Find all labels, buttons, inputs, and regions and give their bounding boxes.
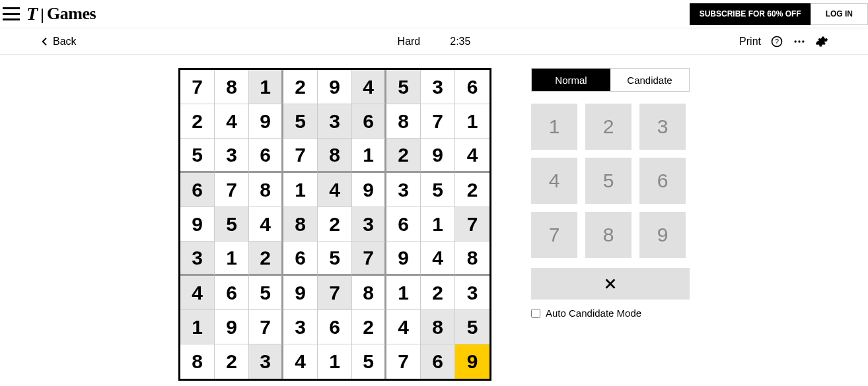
cell-2-4[interactable]: 8 xyxy=(318,139,352,173)
cell-2-8[interactable]: 4 xyxy=(455,139,489,173)
key-4[interactable]: 4 xyxy=(531,158,577,204)
key-1[interactable]: 1 xyxy=(531,104,577,150)
cell-6-5[interactable]: 8 xyxy=(352,276,386,310)
cell-0-5[interactable]: 4 xyxy=(352,70,386,104)
cell-8-3[interactable]: 4 xyxy=(283,344,318,379)
autocand-checkbox[interactable] xyxy=(531,309,540,318)
key-9[interactable]: 9 xyxy=(639,212,686,258)
cell-6-3[interactable]: 9 xyxy=(283,276,318,310)
cell-8-8[interactable]: 9 xyxy=(455,344,489,379)
cell-4-2[interactable]: 4 xyxy=(249,207,283,241)
cell-0-6[interactable]: 5 xyxy=(386,70,421,104)
cell-8-1[interactable]: 2 xyxy=(215,344,249,379)
cell-7-7[interactable]: 8 xyxy=(421,310,455,344)
cell-0-3[interactable]: 2 xyxy=(283,70,318,104)
erase-button[interactable] xyxy=(531,268,690,300)
sudoku-board[interactable]: 7812945362495368715367812946781493529548… xyxy=(178,68,491,381)
cell-1-5[interactable]: 6 xyxy=(352,104,386,139)
help-button[interactable]: ? xyxy=(770,35,783,48)
cell-6-1[interactable]: 6 xyxy=(215,276,249,310)
cell-0-4[interactable]: 9 xyxy=(318,70,352,104)
cell-7-0[interactable]: 1 xyxy=(180,310,215,344)
cell-2-2[interactable]: 6 xyxy=(249,139,283,173)
cell-3-3[interactable]: 1 xyxy=(283,173,318,207)
cell-7-1[interactable]: 9 xyxy=(215,310,249,344)
cell-3-6[interactable]: 3 xyxy=(386,173,421,207)
cell-1-3[interactable]: 5 xyxy=(283,104,318,139)
key-5[interactable]: 5 xyxy=(585,158,632,204)
cell-3-4[interactable]: 4 xyxy=(318,173,352,207)
cell-0-8[interactable]: 6 xyxy=(455,70,489,104)
cell-1-8[interactable]: 1 xyxy=(455,104,489,139)
cell-5-7[interactable]: 4 xyxy=(421,241,455,276)
cell-1-6[interactable]: 8 xyxy=(386,104,421,139)
cell-4-5[interactable]: 3 xyxy=(352,207,386,241)
cell-8-7[interactable]: 6 xyxy=(421,344,455,379)
cell-5-0[interactable]: 3 xyxy=(180,241,215,276)
cell-2-3[interactable]: 7 xyxy=(283,139,318,173)
cell-6-7[interactable]: 2 xyxy=(421,276,455,310)
autocand-toggle[interactable]: Auto Candidate Mode xyxy=(531,307,690,319)
cell-1-4[interactable]: 3 xyxy=(318,104,352,139)
cell-7-3[interactable]: 3 xyxy=(283,310,318,344)
cell-8-0[interactable]: 8 xyxy=(180,344,215,379)
settings-button[interactable] xyxy=(815,35,828,48)
cell-6-8[interactable]: 3 xyxy=(455,276,489,310)
cell-5-4[interactable]: 5 xyxy=(318,241,352,276)
cell-0-2[interactable]: 1 xyxy=(249,70,283,104)
cell-8-2[interactable]: 3 xyxy=(249,344,283,379)
cell-2-5[interactable]: 1 xyxy=(352,139,386,173)
cell-5-1[interactable]: 1 xyxy=(215,241,249,276)
cell-3-5[interactable]: 9 xyxy=(352,173,386,207)
cell-5-3[interactable]: 6 xyxy=(283,241,318,276)
cell-3-0[interactable]: 6 xyxy=(180,173,215,207)
cell-5-8[interactable]: 8 xyxy=(455,241,489,276)
cell-3-2[interactable]: 8 xyxy=(249,173,283,207)
cell-3-7[interactable]: 5 xyxy=(421,173,455,207)
cell-0-0[interactable]: 7 xyxy=(180,70,215,104)
cell-2-0[interactable]: 5 xyxy=(180,139,215,173)
cell-8-4[interactable]: 1 xyxy=(318,344,352,379)
key-2[interactable]: 2 xyxy=(585,104,632,150)
cell-6-6[interactable]: 1 xyxy=(386,276,421,310)
cell-4-4[interactable]: 2 xyxy=(318,207,352,241)
key-8[interactable]: 8 xyxy=(585,212,632,258)
cell-3-1[interactable]: 7 xyxy=(215,173,249,207)
tab-candidate[interactable]: Candidate xyxy=(610,69,689,91)
cell-4-8[interactable]: 7 xyxy=(455,207,489,241)
tab-normal[interactable]: Normal xyxy=(532,69,610,91)
hamburger-icon[interactable] xyxy=(3,7,20,20)
subscribe-button[interactable]: SUBSCRIBE FOR 60% OFF xyxy=(690,3,811,25)
cell-6-4[interactable]: 7 xyxy=(318,276,352,310)
cell-4-0[interactable]: 9 xyxy=(180,207,215,241)
login-button[interactable]: LOG IN xyxy=(811,3,868,25)
cell-7-6[interactable]: 4 xyxy=(386,310,421,344)
cell-7-2[interactable]: 7 xyxy=(249,310,283,344)
cell-1-1[interactable]: 4 xyxy=(215,104,249,139)
cell-4-1[interactable]: 5 xyxy=(215,207,249,241)
more-button[interactable] xyxy=(793,35,806,48)
key-3[interactable]: 3 xyxy=(639,104,686,150)
cell-0-1[interactable]: 8 xyxy=(215,70,249,104)
back-button[interactable]: Back xyxy=(40,36,77,48)
cell-4-6[interactable]: 6 xyxy=(386,207,421,241)
print-button[interactable]: Print xyxy=(739,36,761,48)
cell-4-3[interactable]: 8 xyxy=(283,207,318,241)
cell-6-2[interactable]: 5 xyxy=(249,276,283,310)
cell-1-7[interactable]: 7 xyxy=(421,104,455,139)
cell-5-6[interactable]: 9 xyxy=(386,241,421,276)
cell-7-8[interactable]: 5 xyxy=(455,310,489,344)
cell-2-1[interactable]: 3 xyxy=(215,139,249,173)
cell-1-2[interactable]: 9 xyxy=(249,104,283,139)
cell-3-8[interactable]: 2 xyxy=(455,173,489,207)
cell-8-5[interactable]: 5 xyxy=(352,344,386,379)
cell-6-0[interactable]: 4 xyxy=(180,276,215,310)
cell-7-4[interactable]: 6 xyxy=(318,310,352,344)
cell-2-6[interactable]: 2 xyxy=(386,139,421,173)
cell-4-7[interactable]: 1 xyxy=(421,207,455,241)
key-6[interactable]: 6 xyxy=(639,158,686,204)
cell-5-2[interactable]: 2 xyxy=(249,241,283,276)
cell-8-6[interactable]: 7 xyxy=(386,344,421,379)
cell-2-7[interactable]: 9 xyxy=(421,139,455,173)
cell-7-5[interactable]: 2 xyxy=(352,310,386,344)
